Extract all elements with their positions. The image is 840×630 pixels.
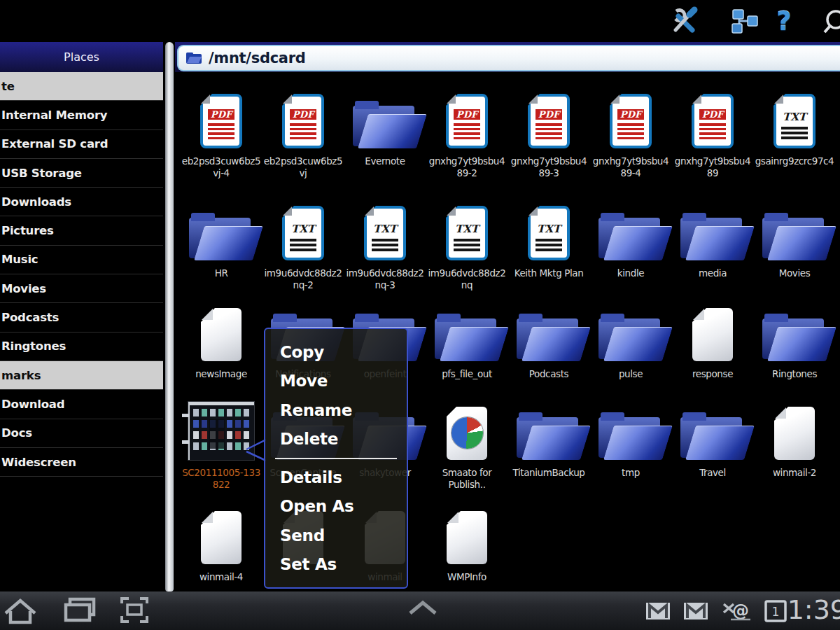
folder-icon	[352, 101, 418, 148]
sidebar-item-podcasts[interactable]: Podcasts	[0, 303, 163, 332]
system-bar: @ 1 1:39	[0, 592, 840, 630]
sidebar-item-download[interactable]: Download	[0, 390, 163, 419]
grid-item-podcasts[interactable]: Podcasts	[509, 302, 589, 380]
file-icon	[201, 511, 241, 564]
places-list: teInternal MemoryExternal SD cardUSB Sto…	[0, 72, 163, 477]
context-menu-anchor	[244, 438, 266, 462]
grid-item-gnxhg7yt9bsbu4-89-2[interactable]: PDFgnxhg7yt9bsbu4 89-2	[427, 90, 507, 179]
file-label: gnxhg7yt9bsbu4 89-3	[505, 155, 593, 179]
grid-item-tmp[interactable]: tmp	[591, 401, 671, 479]
grid-item-im9u6dvdc88dz2-nq[interactable]: TXTim9u6dvdc88dz2 nq	[427, 202, 507, 291]
notifications-up-icon[interactable]	[403, 595, 442, 626]
grid-item-travel[interactable]: Travel	[673, 401, 752, 479]
sidebar-item-marks[interactable]: marks	[0, 361, 163, 390]
grid-item-hr[interactable]: HR	[181, 202, 261, 279]
recent-apps-icon[interactable]	[60, 595, 99, 626]
grid-item-gnxhg7yt9bsbu4-89[interactable]: PDFgnxhg7yt9bsbu4 89	[673, 90, 752, 179]
grid-item-eb2psd3cuw6bz5-vj[interactable]: PDFeb2psd3cuw6bz5 vj	[263, 90, 343, 179]
grid-item-im9u6dvdc88dz2-nq-3[interactable]: TXTim9u6dvdc88dz2 nq-3	[345, 202, 425, 291]
file-label: Podcasts	[505, 368, 593, 380]
clock[interactable]: 1:39	[788, 594, 840, 625]
grid-item-pulse[interactable]: pulse	[591, 302, 671, 380]
context-menu-item-copy[interactable]: Copy	[265, 337, 407, 367]
file-label: SC20111005-133 822	[177, 467, 265, 491]
screenshot-icon[interactable]	[115, 595, 154, 626]
path-bar[interactable]: /mnt/sdcard	[177, 45, 840, 71]
grid-item-media[interactable]: media	[673, 202, 752, 279]
context-menu-item-delete[interactable]: Delete	[265, 425, 407, 454]
folder-icon	[598, 412, 664, 460]
tree-view-icon[interactable]	[729, 6, 760, 36]
sidebar-item-te[interactable]: te	[0, 72, 163, 101]
grid-item-newsimage[interactable]: newsImage	[181, 302, 261, 380]
grid-item-im9u6dvdc88dz2-nq-2[interactable]: TXTim9u6dvdc88dz2 nq-2	[263, 202, 343, 291]
context-menu-item-set-as[interactable]: Set As	[265, 550, 407, 580]
file-label: pulse	[587, 368, 675, 380]
file-label: gsainrg9zcrc97c4	[750, 155, 839, 167]
grid-item-gnxhg7yt9bsbu4-89-3[interactable]: PDFgnxhg7yt9bsbu4 89-3	[509, 90, 589, 179]
file-label: HR	[177, 267, 265, 279]
context-menu-item-rename[interactable]: Rename	[265, 396, 407, 425]
tree-view-icon-svg	[731, 7, 759, 35]
grid-item-movies[interactable]: Movies	[755, 202, 834, 279]
help-icon[interactable]: ?	[769, 6, 799, 36]
grid-item-keith-mktg-plan[interactable]: TXTKeith Mktg Plan	[509, 202, 589, 279]
file-label: im9u6dvdc88dz2 nq-2	[259, 267, 347, 291]
folder-icon	[516, 412, 582, 460]
places-panel: Places teInternal MemoryExternal SD card…	[0, 42, 163, 592]
sidebar-item-downloads[interactable]: Downloads	[0, 188, 163, 216]
grid-item-wmpinfo[interactable]: WMPInfo	[427, 505, 507, 583]
grid-item-titaniumbackup[interactable]: TitaniumBackup	[509, 401, 589, 479]
folder-icon	[680, 213, 746, 260]
places-header: Places	[0, 42, 163, 72]
pane-divider[interactable]	[165, 42, 174, 592]
grid-item-winmail-4[interactable]: winmail-4	[181, 505, 261, 583]
sidebar-item-widescreen[interactable]: Widescreen	[0, 448, 163, 477]
gmail-icon[interactable]	[644, 598, 672, 624]
context-menu-item-open-as[interactable]: Open As	[265, 492, 407, 522]
help-glyph: ?	[776, 6, 791, 36]
file-label: Smaato for Publish..	[423, 467, 511, 491]
grid-item-pfs-file-out[interactable]: pfs_file_out	[427, 302, 507, 380]
sidebar-item-pictures[interactable]: Pictures	[0, 216, 163, 245]
file-label: WMPInfo	[423, 571, 511, 583]
home-icon[interactable]	[1, 595, 41, 626]
pdf-file-icon: PDF	[200, 94, 242, 148]
folder-icon	[598, 213, 664, 260]
tools-icon[interactable]	[669, 6, 700, 36]
pdf-file-icon: PDF	[610, 94, 652, 148]
search-icon[interactable]	[819, 6, 840, 36]
grid-item-ringtones[interactable]: Ringtones	[755, 302, 834, 380]
sidebar-item-internal-memory[interactable]: Internal Memory	[0, 101, 163, 130]
grid-item-evernote[interactable]: Evernote	[345, 90, 425, 167]
sidebar-item-music[interactable]: Music	[0, 246, 163, 274]
sidebar-item-usb-storage[interactable]: USB Storage	[0, 159, 163, 188]
grid-item-winmail-2[interactable]: winmail-2	[755, 401, 834, 479]
context-menu-item-move[interactable]: Move	[265, 367, 407, 396]
txt-file-icon: TXT	[528, 206, 570, 260]
grid-item-gnxhg7yt9bsbu4-89-4[interactable]: PDFgnxhg7yt9bsbu4 89-4	[591, 90, 671, 179]
sidebar-item-external-sd-card[interactable]: External SD card	[0, 130, 163, 159]
app-file-icon	[447, 407, 487, 460]
gmail-icon-2[interactable]	[682, 598, 710, 624]
search-icon-svg	[819, 6, 840, 36]
folder-small-icon	[186, 52, 202, 64]
file-label: pfs_file_out	[423, 368, 511, 380]
sidebar-item-ringtones[interactable]: Ringtones	[0, 332, 163, 361]
grid-item-gsainrg9zcrc97c4[interactable]: TXTgsainrg9zcrc97c4	[755, 90, 834, 167]
grid-item-kindle[interactable]: kindle	[591, 202, 671, 279]
file-label: winmail-2	[750, 467, 839, 479]
tools-icon-svg	[669, 6, 700, 36]
folder-icon	[598, 314, 664, 361]
file-icon	[774, 407, 815, 460]
sidebar-item-docs[interactable]: Docs	[0, 419, 163, 448]
file-label: TitaniumBackup	[505, 467, 593, 479]
context-menu-item-send[interactable]: Send	[265, 521, 407, 550]
grid-item-eb2psd3cuw6bz5-vj-4[interactable]: PDFeb2psd3cuw6bz5 vj-4	[181, 90, 261, 179]
sidebar-item-movies[interactable]: Movies	[0, 274, 163, 303]
grid-item-response[interactable]: response	[673, 302, 752, 380]
email-icon[interactable]: @	[721, 598, 749, 624]
file-label: eb2psd3cuw6bz5 vj	[259, 155, 347, 179]
context-menu-item-details[interactable]: Details	[265, 463, 407, 492]
grid-item-smaato-for-publish[interactable]: Smaato for Publish..	[427, 401, 507, 491]
